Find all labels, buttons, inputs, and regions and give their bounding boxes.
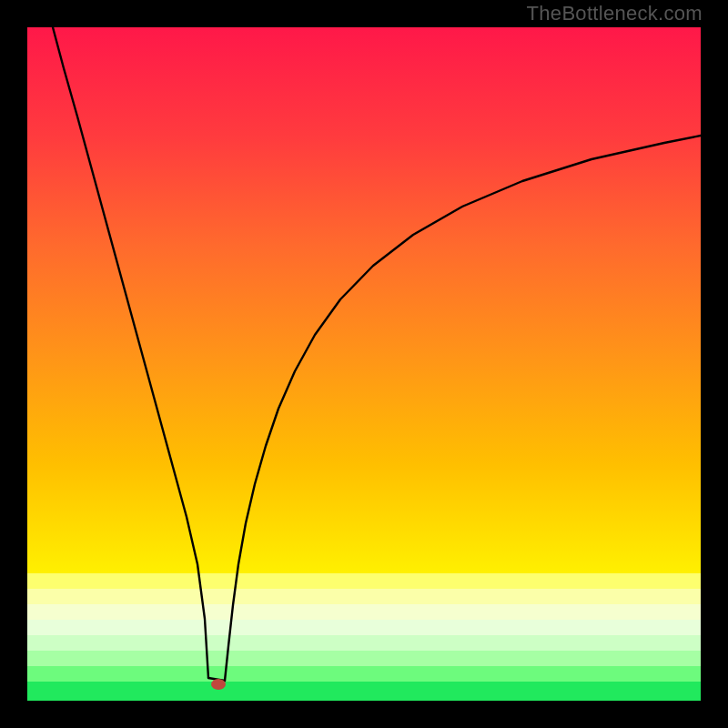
curve-left-branch <box>53 27 208 678</box>
plot-area <box>27 27 701 701</box>
minimum-marker <box>211 679 226 690</box>
curve-svg <box>27 27 701 701</box>
watermark-text: TheBottleneck.com <box>527 2 703 25</box>
curve-right-branch <box>225 136 701 681</box>
chart-frame: TheBottleneck.com <box>0 0 728 728</box>
